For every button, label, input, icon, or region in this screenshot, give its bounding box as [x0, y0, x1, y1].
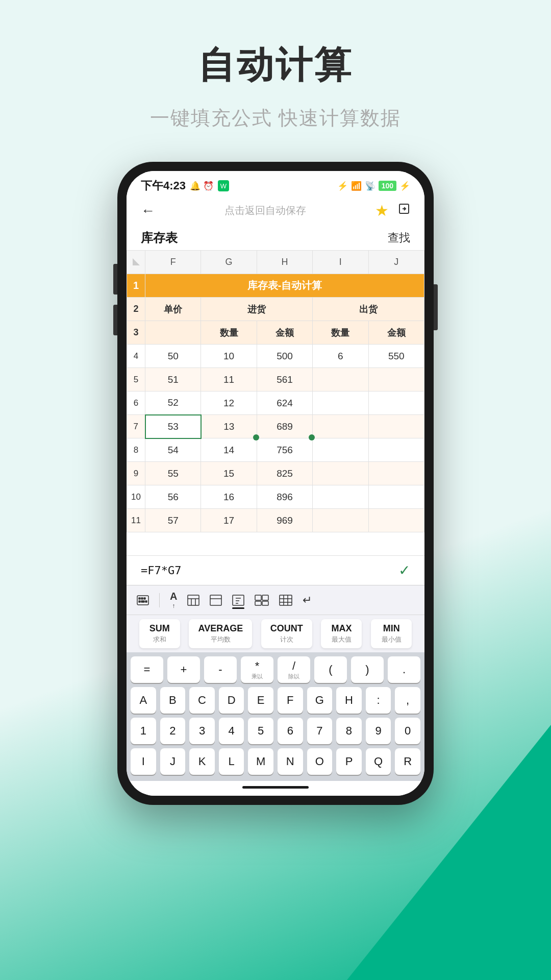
cell-G7[interactable]: 13 — [201, 415, 257, 438]
cell-J5[interactable] — [368, 368, 424, 391]
key-comma[interactable]: , — [395, 687, 420, 714]
key-O[interactable]: O — [307, 748, 333, 775]
max-button[interactable]: MAX 最大值 — [321, 619, 362, 648]
key-P[interactable]: P — [336, 748, 362, 775]
key-K[interactable]: K — [189, 748, 215, 775]
cell-H7[interactable]: 689 — [257, 415, 312, 438]
key-dot[interactable]: . — [388, 656, 420, 683]
key-1[interactable]: 1 — [131, 718, 156, 744]
kb-layout-icon[interactable] — [137, 595, 149, 605]
key-N[interactable]: N — [278, 748, 303, 775]
key-D[interactable]: D — [219, 687, 244, 714]
key-lparen[interactable]: ( — [314, 656, 347, 683]
cell-G8[interactable]: 14 — [201, 438, 257, 462]
key-5[interactable]: 5 — [248, 718, 273, 744]
enter-icon[interactable]: ↵ — [303, 594, 312, 607]
cell-F10[interactable]: 56 — [145, 485, 201, 509]
cell-H4[interactable]: 500 — [257, 345, 312, 368]
table-insert-icon[interactable] — [187, 595, 199, 606]
average-button[interactable]: AVERAGE 平均数 — [189, 619, 252, 648]
insert-row-icon[interactable] — [279, 595, 292, 606]
key-C[interactable]: C — [189, 687, 215, 714]
key-Q[interactable]: Q — [366, 748, 391, 775]
key-rparen[interactable]: ) — [351, 656, 384, 683]
back-button[interactable]: ← — [141, 203, 155, 219]
key-H[interactable]: H — [336, 687, 362, 714]
key-plus[interactable]: + — [167, 656, 200, 683]
formula-confirm-button[interactable]: ✓ — [398, 562, 410, 579]
cell-I5[interactable] — [313, 368, 368, 391]
cell-J6[interactable] — [368, 391, 424, 415]
key-9[interactable]: 9 — [366, 718, 391, 744]
key-multiply[interactable]: * 乘以 — [241, 656, 273, 683]
key-equals[interactable]: = — [131, 656, 163, 683]
export-button[interactable] — [398, 203, 410, 218]
cell-J10[interactable] — [368, 485, 424, 509]
cell-H10[interactable]: 896 — [257, 485, 312, 509]
cell-F4[interactable]: 50 — [145, 345, 201, 368]
text-format-icon[interactable]: A↑ — [170, 591, 177, 609]
cell-H8[interactable]: 756 — [257, 438, 312, 462]
key-M[interactable]: M — [248, 748, 273, 775]
key-7[interactable]: 7 — [307, 718, 333, 744]
key-J[interactable]: J — [160, 748, 186, 775]
key-G[interactable]: G — [307, 687, 333, 714]
key-divide[interactable]: / 除以 — [278, 656, 310, 683]
count-button[interactable]: COUNT 计次 — [261, 619, 312, 648]
title-cell[interactable]: 库存表-自动计算 — [145, 274, 424, 298]
key-L[interactable]: L — [219, 748, 244, 775]
key-colon[interactable]: : — [366, 687, 391, 714]
key-E[interactable]: E — [248, 687, 273, 714]
key-F[interactable]: F — [278, 687, 303, 714]
find-button[interactable]: 查找 — [388, 230, 410, 246]
cell-F9[interactable]: 55 — [145, 462, 201, 485]
cell-J11[interactable] — [368, 509, 424, 532]
key-B[interactable]: B — [160, 687, 186, 714]
cell-ref-icon[interactable] — [255, 595, 269, 606]
cell-I9[interactable] — [313, 462, 368, 485]
cell-J9[interactable] — [368, 462, 424, 485]
cell-I7[interactable] — [313, 415, 368, 438]
cell-J4[interactable]: 550 — [368, 345, 424, 368]
star-button[interactable]: ★ — [375, 202, 389, 219]
cell-H11[interactable]: 969 — [257, 509, 312, 532]
cell-format-icon[interactable] — [210, 595, 222, 606]
key-2[interactable]: 2 — [160, 718, 186, 744]
cell-F7[interactable]: 53 — [145, 415, 201, 438]
cell-I4[interactable]: 6 — [313, 345, 368, 368]
key-8[interactable]: 8 — [336, 718, 362, 744]
key-6[interactable]: 6 — [278, 718, 303, 744]
cell-J8[interactable] — [368, 438, 424, 462]
cell-F8[interactable]: 54 — [145, 438, 201, 462]
cell-I6[interactable] — [313, 391, 368, 415]
min-button[interactable]: MIN 最小值 — [371, 619, 412, 648]
formula-icon[interactable] — [232, 595, 244, 606]
cell-G5[interactable]: 11 — [201, 368, 257, 391]
cell-J7[interactable] — [368, 415, 424, 438]
cell-H9[interactable]: 825 — [257, 462, 312, 485]
cell-G10[interactable]: 16 — [201, 485, 257, 509]
cell-H5[interactable]: 561 — [257, 368, 312, 391]
key-3[interactable]: 3 — [189, 718, 215, 744]
formula-text[interactable]: =F7*G7 — [141, 564, 181, 577]
cell-I8[interactable] — [313, 438, 368, 462]
key-R[interactable]: R — [395, 748, 420, 775]
key-I[interactable]: I — [131, 748, 156, 775]
cell-F11[interactable]: 57 — [145, 509, 201, 532]
cell-G6[interactable]: 12 — [201, 391, 257, 415]
cell-F5[interactable]: 51 — [145, 368, 201, 391]
key-0[interactable]: 0 — [395, 718, 420, 744]
cell-I10[interactable] — [313, 485, 368, 509]
cell-H6[interactable]: 624 — [257, 391, 312, 415]
key-minus[interactable]: - — [204, 656, 237, 683]
key-4[interactable]: 4 — [219, 718, 244, 744]
cell-I11[interactable] — [313, 509, 368, 532]
home-indicator — [127, 781, 424, 796]
key-A[interactable]: A — [131, 687, 156, 714]
cell-G11[interactable]: 17 — [201, 509, 257, 532]
cell-G4[interactable]: 10 — [201, 345, 257, 368]
sum-button[interactable]: SUM 求和 — [139, 619, 180, 648]
cell-G9[interactable]: 15 — [201, 462, 257, 485]
cell-F6[interactable]: 52 — [145, 391, 201, 415]
spreadsheet: F G H I J 1 库存表-自动计算 — [127, 250, 424, 555]
